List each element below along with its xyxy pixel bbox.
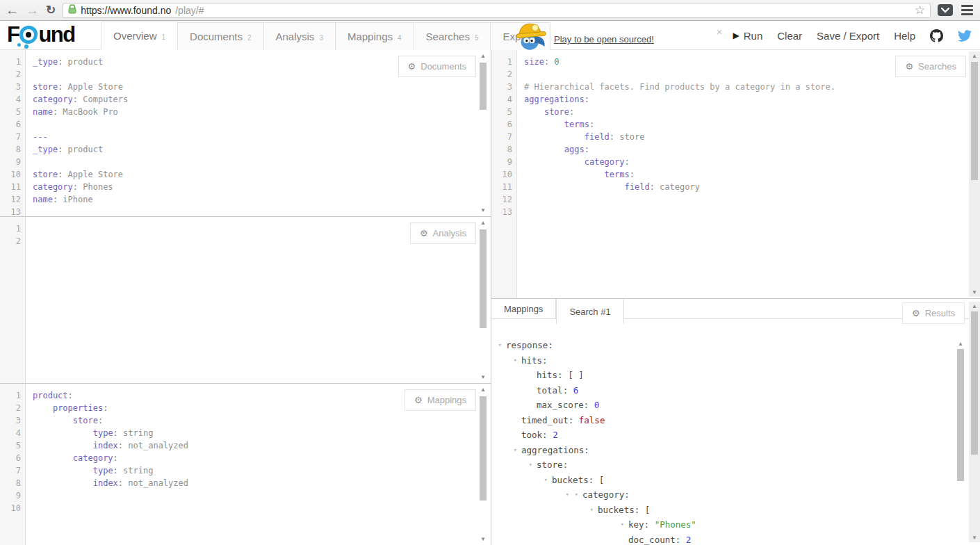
help-button[interactable]: Help [894,30,915,42]
line-number: 6 [0,118,21,131]
gutter: 12 [0,217,26,383]
mascot-icon [516,22,550,50]
collapse-arrow[interactable]: ▾ [514,353,517,368]
scroll-down-arrow[interactable]: ▼ [477,207,489,213]
banner-link[interactable]: Play to be open sourced! [554,34,654,44]
collapse-arrow[interactable]: ▾ [544,473,548,488]
clear-button[interactable]: Clear [777,30,802,42]
line-number: 7 [0,131,21,143]
line-number: 9 [0,489,21,502]
tree-row: ▾hits: [506,353,980,368]
scrollbar-thumb[interactable] [480,229,487,328]
code-line: --- [33,131,491,143]
line-number: 1 [0,56,21,68]
results-pane: MappingsSearch #1 ⚙ Results ▾response: ▾… [491,299,980,545]
bookmark-star-icon[interactable]: ☆ [915,3,925,17]
gear-icon: ⚙ [408,62,416,71]
found-logo[interactable]: F und [7,22,75,47]
gutter: 12345678910111213 [491,50,517,298]
results-tab-search-1[interactable]: Search #1 [556,299,623,324]
tab-mappings[interactable]: Mappings4 [336,22,414,50]
pocket-icon[interactable] [938,4,953,16]
tree-row: ▾store: [506,457,980,473]
twitter-icon[interactable] [958,30,972,42]
header-tabs: Overview1Documents2Analysis3Mappings4Sea… [101,22,550,50]
play-icon: ▶ [733,31,739,40]
scroll-up-arrow[interactable]: ▲ [477,53,489,59]
vertical-scrollbar: ▲ ▼ [969,51,980,297]
github-icon[interactable] [930,29,943,42]
code-line: type: string [33,464,491,477]
searches-code-area[interactable]: size: 0# Hierarchical facets. Find produ… [518,50,980,298]
scroll-up-arrow[interactable]: ▲ [969,53,980,59]
line-number: 1 [0,222,21,235]
menu-icon[interactable] [960,3,974,17]
scrollbar-thumb[interactable] [971,62,978,180]
code-line: store: [524,106,980,118]
line-number: 1 [491,56,512,68]
gear-icon: ⚙ [912,309,920,318]
scrollbar-thumb[interactable] [957,349,964,481]
tab-overview[interactable]: Overview1 [101,22,178,50]
forward-button[interactable]: → [26,3,39,17]
collapse-arrow[interactable]: ▾ [529,457,532,473]
vertical-scrollbar: ▲ ▼ [477,51,489,215]
tree-row: ▾buckets: [ [506,503,980,518]
line-number: 13 [491,206,512,218]
analysis-settings-button[interactable]: ⚙ Analysis [410,222,476,244]
code-line: terms: [524,168,980,181]
save-export-button[interactable]: Save / Export [817,30,879,42]
collapse-arrow[interactable]: ▾ [575,487,578,503]
reload-button[interactable]: ↻ [46,4,56,16]
tree-row: hits: [ ] [506,368,980,383]
scrollbar-thumb[interactable] [971,311,978,455]
code-line: # Hierarchical facets. Find products by … [524,81,980,93]
gutter: 12345678910 [0,384,26,545]
results-tab-mappings[interactable]: Mappings [491,299,556,319]
results-settings-button[interactable]: ⚙ Results [902,302,965,324]
url-bar[interactable]: https://www.found.no /play/# ☆ [63,3,931,18]
scroll-down-arrow[interactable]: ▼ [477,536,489,542]
tree-row: total: 6 [506,383,980,398]
tab-analysis[interactable]: Analysis3 [264,22,336,50]
line-number: 5 [491,106,512,118]
code-line: field: store [524,131,980,143]
scroll-up-arrow[interactable]: ▲ [477,220,489,226]
searches-settings-button[interactable]: ⚙ Searches [895,56,966,77]
tab-documents[interactable]: Documents2 [178,22,263,50]
tree-row: ▾buckets: [ [506,473,980,488]
documents-settings-button[interactable]: ⚙ Documents [398,56,476,77]
gear-icon: ⚙ [414,396,423,405]
collapse-arrow[interactable]: ▾ [590,503,594,518]
gutter: 12345678910111213 [0,50,26,216]
scroll-up-arrow[interactable]: ▲ [955,341,966,347]
line-number: 9 [0,156,21,168]
code-line: store: Apple Store [33,168,491,181]
code-line: category: [524,156,980,168]
line-number: 6 [0,452,21,464]
scrollbar-thumb[interactable] [480,63,487,110]
line-number: 12 [491,193,512,206]
scroll-down-arrow[interactable]: ▼ [477,374,489,380]
documents-pane: 12345678910111213 _type: productstore: A… [0,50,491,217]
run-button[interactable]: ▶ Run [733,30,762,42]
banner-close-icon[interactable]: × [717,26,723,38]
scrollbar-thumb[interactable] [480,396,487,501]
collapse-arrow[interactable]: ▾ [514,443,517,458]
scroll-up-arrow[interactable]: ▲ [477,387,489,393]
url-host: https://www.found.no [81,5,171,16]
scroll-down-arrow[interactable]: ▼ [969,535,980,541]
code-line [524,193,980,206]
open-source-banner: Play to be open sourced! × [516,22,723,50]
code-line: store: Apple Store [33,81,491,93]
scroll-up-arrow[interactable]: ▲ [969,303,980,309]
collapse-arrow[interactable]: ▾ [566,487,569,503]
back-button[interactable]: ← [6,3,19,17]
logo-letters-und: und [38,22,74,47]
collapse-arrow[interactable]: ▾ [621,517,624,532]
scroll-down-arrow[interactable]: ▼ [969,289,980,295]
mappings-settings-button[interactable]: ⚙ Mappings [405,389,476,411]
tab-searches[interactable]: Searches5 [414,22,491,50]
tree-row: timed_out: false [506,413,980,428]
collapse-arrow[interactable]: ▾ [498,338,502,353]
